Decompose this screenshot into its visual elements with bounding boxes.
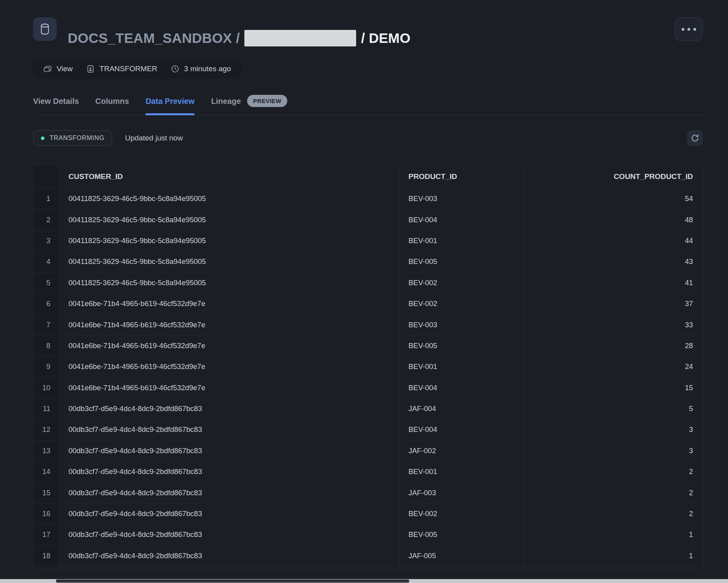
refresh-icon (690, 133, 700, 143)
row-number: 12 (33, 419, 60, 440)
table-row[interactable]: 5 00411825-3629-46c5-9bbc-5c8a94e95005 B… (33, 272, 703, 293)
tab-data-preview[interactable]: Data Preview (146, 97, 195, 115)
table-row[interactable]: 19 00db3cf7-d5e9-4dc4-8dc9-2bdfd867bc83 … (33, 566, 703, 568)
cell-product-id: JAF-001 (400, 566, 524, 568)
cell-product-id: BEV-002 (400, 293, 524, 314)
tab-label: View Details (33, 97, 79, 106)
cell-customer-id: 0041e6be-71b4-4965-b619-46cf532d9e7e (60, 314, 400, 335)
cell-customer-id: 00411825-3629-46c5-9bbc-5c8a94e95005 (60, 231, 400, 251)
cell-count-product-id: 1 (524, 566, 703, 568)
object-meta-bar: View TRANSFORMER 3 minutes ago (33, 59, 241, 79)
cell-product-id: BEV-004 (400, 419, 524, 440)
row-number: 10 (33, 378, 60, 398)
table-row[interactable]: 8 0041e6be-71b4-4965-b619-46cf532d9e7e B… (33, 335, 703, 356)
cell-product-id: BEV-002 (400, 273, 524, 293)
clock-icon (171, 65, 179, 73)
table-row[interactable]: 1 00411825-3629-46c5-9bbc-5c8a94e95005 B… (33, 188, 703, 209)
table-row[interactable]: 14 00db3cf7-d5e9-4dc4-8dc9-2bdfd867bc83 … (33, 461, 703, 482)
table-row[interactable]: 3 00411825-3629-46c5-9bbc-5c8a94e95005 B… (33, 230, 703, 251)
table-row[interactable]: 6 0041e6be-71b4-4965-b619-46cf532d9e7e B… (33, 293, 703, 314)
table-row[interactable]: 15 00db3cf7-d5e9-4dc4-8dc9-2bdfd867bc83 … (33, 482, 703, 503)
tab-columns[interactable]: Columns (95, 97, 129, 115)
cell-product-id: BEV-004 (400, 378, 524, 398)
table-row[interactable]: 18 00db3cf7-d5e9-4dc4-8dc9-2bdfd867bc83 … (33, 545, 703, 566)
object-updated-label: 3 minutes ago (184, 65, 231, 73)
table-row[interactable]: 9 0041e6be-71b4-4965-b619-46cf532d9e7e B… (33, 356, 703, 377)
status-row: TRANSFORMING Updated just now (33, 130, 704, 146)
table-row[interactable]: 10 0041e6be-71b4-4965-b619-46cf532d9e7e … (33, 377, 703, 398)
cell-product-id: BEV-005 (400, 251, 524, 272)
horizontal-scrollbar-track[interactable] (0, 579, 728, 583)
object-name: / DEMO (361, 30, 410, 46)
cell-customer-id: 00db3cf7-d5e9-4dc4-8dc9-2bdfd867bc83 (60, 399, 400, 419)
cell-customer-id: 00db3cf7-d5e9-4dc4-8dc9-2bdfd867bc83 (60, 504, 400, 524)
preview-badge: PREVIEW (247, 95, 287, 107)
status-badge: TRANSFORMING (33, 130, 112, 146)
cell-count-product-id: 2 (524, 482, 703, 503)
row-number: 17 (33, 524, 60, 545)
table-body: 1 00411825-3629-46c5-9bbc-5c8a94e95005 B… (33, 188, 703, 568)
row-number: 19 (33, 566, 60, 568)
cell-count-product-id: 5 (524, 399, 703, 419)
cell-customer-id: 0041e6be-71b4-4965-b619-46cf532d9e7e (60, 356, 400, 377)
ellipsis-icon (682, 28, 684, 31)
tab-lineage[interactable]: Lineage PREVIEW (211, 97, 287, 115)
cell-customer-id: 00411825-3629-46c5-9bbc-5c8a94e95005 (60, 273, 400, 293)
updated-text: Updated just now (125, 130, 183, 146)
row-number: 1 (33, 188, 60, 209)
cell-count-product-id: 24 (524, 356, 703, 377)
table-row[interactable]: 12 00db3cf7-d5e9-4dc4-8dc9-2bdfd867bc83 … (33, 419, 703, 440)
status-label: TRANSFORMING (50, 135, 104, 142)
row-number: 11 (33, 399, 60, 419)
table-row[interactable]: 17 00db3cf7-d5e9-4dc4-8dc9-2bdfd867bc83 … (33, 524, 703, 545)
view-layers-icon (43, 65, 52, 73)
cell-count-product-id: 43 (524, 251, 703, 272)
refresh-button[interactable] (687, 130, 703, 146)
object-type-label: View (57, 65, 73, 73)
cell-count-product-id: 54 (524, 188, 703, 209)
cell-product-id: JAF-004 (400, 399, 524, 419)
table-row[interactable]: 7 0041e6be-71b4-4965-b619-46cf532d9e7e B… (33, 314, 703, 335)
table-row[interactable]: 13 00db3cf7-d5e9-4dc4-8dc9-2bdfd867bc83 … (33, 440, 703, 461)
table-row[interactable]: 4 00411825-3629-46c5-9bbc-5c8a94e95005 B… (33, 251, 703, 272)
cell-customer-id: 00411825-3629-46c5-9bbc-5c8a94e95005 (60, 251, 400, 272)
tab-view-details[interactable]: View Details (33, 97, 79, 115)
cell-product-id: BEV-001 (400, 231, 524, 251)
row-number: 7 (33, 314, 60, 335)
cell-count-product-id: 1 (524, 524, 703, 545)
status-dot-icon (41, 137, 44, 140)
row-number: 4 (33, 251, 60, 272)
cell-customer-id: 0041e6be-71b4-4965-b619-46cf532d9e7e (60, 336, 400, 356)
table-row[interactable]: 2 00411825-3629-46c5-9bbc-5c8a94e95005 B… (33, 209, 703, 230)
cell-customer-id: 00db3cf7-d5e9-4dc4-8dc9-2bdfd867bc83 (60, 482, 400, 503)
table-row[interactable]: 11 00db3cf7-d5e9-4dc4-8dc9-2bdfd867bc83 … (33, 398, 703, 419)
database-icon (33, 17, 57, 41)
cell-customer-id: 00db3cf7-d5e9-4dc4-8dc9-2bdfd867bc83 (60, 461, 400, 482)
cell-product-id: BEV-005 (400, 524, 524, 545)
cell-customer-id: 00db3cf7-d5e9-4dc4-8dc9-2bdfd867bc83 (60, 566, 400, 568)
row-number: 3 (33, 231, 60, 251)
column-header-customer-id[interactable]: CUSTOMER_ID (60, 165, 400, 188)
cell-customer-id: 0041e6be-71b4-4965-b619-46cf532d9e7e (60, 293, 400, 314)
table-header-row: CUSTOMER_ID PRODUCT_ID COUNT_PRODUCT_ID (33, 165, 703, 188)
cell-customer-id: 00db3cf7-d5e9-4dc4-8dc9-2bdfd867bc83 (60, 441, 400, 461)
cell-count-product-id: 28 (524, 336, 703, 356)
cell-customer-id: 00db3cf7-d5e9-4dc4-8dc9-2bdfd867bc83 (60, 546, 400, 566)
row-number: 14 (33, 461, 60, 482)
column-header-product-id[interactable]: PRODUCT_ID (400, 165, 524, 188)
more-actions-button[interactable] (674, 17, 703, 41)
column-header-count-product-id[interactable]: COUNT_PRODUCT_ID (524, 165, 703, 188)
table-row[interactable]: 16 00db3cf7-d5e9-4dc4-8dc9-2bdfd867bc83 … (33, 503, 703, 524)
cell-product-id: BEV-003 (400, 188, 524, 209)
cell-product-id: BEV-001 (400, 356, 524, 377)
row-number: 6 (33, 293, 60, 314)
redacted-schema-name (244, 30, 356, 46)
horizontal-scrollbar-thumb[interactable] (56, 579, 409, 583)
cell-count-product-id: 3 (524, 419, 703, 440)
cell-product-id: BEV-004 (400, 209, 524, 230)
cell-product-id: BEV-005 (400, 336, 524, 356)
cell-customer-id: 00db3cf7-d5e9-4dc4-8dc9-2bdfd867bc83 (60, 419, 400, 440)
cell-count-product-id: 33 (524, 314, 703, 335)
tab-label: Data Preview (146, 97, 195, 106)
row-number: 5 (33, 273, 60, 293)
